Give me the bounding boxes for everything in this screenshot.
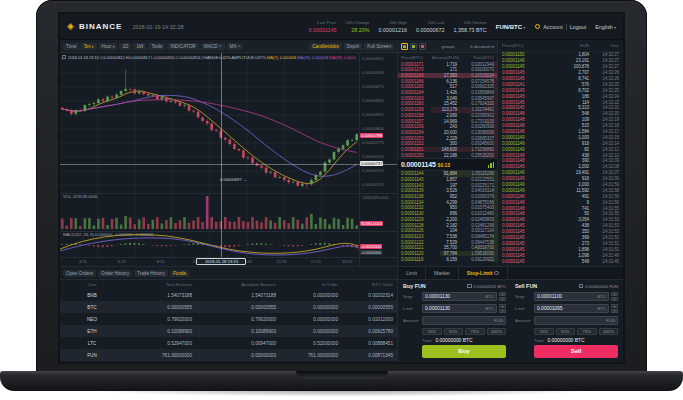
- sell-stop-input[interactable]: 0.00001100 BTC: [534, 292, 609, 302]
- ask-row[interactable]: 0.00001164 1,426 0.01659864: [398, 90, 497, 96]
- funds-tab[interactable]: Trade History: [134, 270, 168, 277]
- bid-row[interactable]: 0.00001143 1,857 0.02122551: [398, 177, 497, 183]
- bid-row[interactable]: 0.00001126 104 0.00117104: [398, 228, 497, 234]
- ask-row[interactable]: 0.00001154 20,000 0.23080000: [398, 130, 497, 136]
- buy-amount-input[interactable]: FUN: [422, 316, 506, 326]
- bid-row[interactable]: 0.00001132 950 0.01075400: [398, 205, 497, 211]
- book-mode-both-icon[interactable]: [401, 43, 408, 50]
- decimals-selector[interactable]: 6 decimals: [470, 44, 494, 49]
- sell-percent-button[interactable]: 75%: [577, 328, 597, 336]
- bid-row[interactable]: 0.00001138 952 0.01083376: [398, 194, 497, 200]
- trade-history-list: 0.00001150 1,804 14:32:27 0.00001149 23,…: [498, 52, 623, 266]
- buy-stop-stepper[interactable]: ▴▾: [499, 292, 506, 301]
- sell-amount-input[interactable]: FUN: [534, 316, 618, 326]
- trade-row: 0.00001145 186 14:32:24: [498, 93, 623, 99]
- logout-link[interactable]: Logout: [570, 24, 587, 30]
- laptop-shadow: [4, 390, 679, 399]
- top-bar: ◈ BINANCE 2018-01-19 14:32:28 Last Price…: [60, 14, 623, 40]
- main-area: Time5mHour1D1WToolsINDICATORMACDMA Candl…: [60, 40, 623, 266]
- trade-row: 0.00001148 9 14:31:56: [498, 199, 623, 205]
- ask-row[interactable]: 0.00001165 517 0.00602305: [398, 84, 497, 90]
- sell-limit-input[interactable]: 0.00001095 BTC: [534, 304, 609, 314]
- chart-toolbar-button[interactable]: MACD: [201, 43, 225, 50]
- ask-row[interactable]: 0.00001160 15,452 0.17924320: [398, 101, 497, 107]
- bid-row[interactable]: 0.00001143 197 0.00225171: [398, 182, 497, 188]
- buy-percent-button[interactable]: 50%: [444, 328, 464, 336]
- buy-percent-button[interactable]: 100%: [487, 328, 507, 336]
- bid-row[interactable]: 0.00001130 896 0.01012480: [398, 211, 497, 217]
- bid-row[interactable]: 0.00001144 91,884 1.05115296: [398, 171, 497, 177]
- order-type-tab[interactable]: Limit: [398, 267, 426, 279]
- ask-row[interactable]: 0.00001151 148,600 1.71038860: [398, 147, 497, 153]
- trade-row: 0.00001145 549 14:31:45: [498, 258, 623, 264]
- ask-row[interactable]: 0.00001150 22,188 0.25516200: [398, 152, 497, 158]
- bid-row[interactable]: 0.00001134 4,299 0.04875066: [398, 199, 497, 205]
- chart-toolbar-button[interactable]: 1W: [133, 43, 146, 50]
- funds-tab[interactable]: Funds: [170, 270, 189, 277]
- chart-toolbar-button[interactable]: 1D: [119, 43, 131, 50]
- last-price-tag: 0.00000788: [360, 133, 383, 138]
- buy-total: 0.00000000 BTC: [436, 338, 473, 343]
- chart-view-button[interactable]: Depth: [344, 43, 363, 50]
- ask-row[interactable]: 0.00001152 300 0.00345600: [398, 141, 497, 147]
- chart-toolbar-button[interactable]: Tools: [148, 43, 165, 50]
- sell-limit-stepper[interactable]: ▴▾: [611, 304, 618, 313]
- order-type-tab[interactable]: Stop-Limit: [459, 267, 508, 279]
- ask-row[interactable]: 0.00001171 1,719 0.02012949: [398, 61, 497, 67]
- buy-limit-stepper[interactable]: ▴▾: [499, 304, 506, 313]
- bid-row[interactable]: 0.00001139 3,526 0.04016114: [398, 188, 497, 194]
- ask-row[interactable]: 0.00001170 171 0.00200070: [398, 67, 497, 73]
- bid-row[interactable]: 0.00001122 7,529 0.08447538: [398, 239, 497, 245]
- chart-toolbar-button[interactable]: INDICATOR: [167, 43, 198, 50]
- ask-row[interactable]: 0.00001156 243 0.00280908: [398, 124, 497, 130]
- sell-stop-stepper[interactable]: ▴▾: [611, 292, 618, 301]
- bid-row[interactable]: 0.00001129 2,200 0.02483800: [398, 217, 497, 223]
- sell-percent-button[interactable]: 100%: [599, 328, 619, 336]
- sell-form: Sell FUN 0.00000000 FUN Stop: 0.00001100…: [515, 283, 618, 360]
- book-mode-sells-icon[interactable]: [419, 43, 426, 50]
- server-timestamp: 2018-01-19 14:32:28: [132, 24, 183, 30]
- buy-limit-input[interactable]: 0.00001130 BTC: [422, 304, 497, 314]
- chart-view-button[interactable]: Full Screen: [364, 43, 394, 50]
- ask-row[interactable]: 0.00001163 3,049 0.03545987: [398, 95, 497, 101]
- balance-icon: [579, 284, 584, 288]
- buy-percent-button[interactable]: 25%: [422, 328, 442, 336]
- buy-percent-button[interactable]: 75%: [465, 328, 485, 336]
- camera-icon[interactable]: [62, 55, 66, 59]
- bid-row[interactable]: 0.00001123 7,538 0.08465174: [398, 234, 497, 240]
- depth-signal-icon[interactable]: [488, 162, 495, 168]
- chart-view-button[interactable]: Candlesticks: [309, 43, 342, 50]
- ask-row[interactable]: 0.00001159 113,179 1.31174461: [398, 107, 497, 113]
- sell-balance: 0.00000000 FUN: [585, 284, 618, 289]
- ask-row[interactable]: 0.00001158 2,069 0.02395902: [398, 113, 497, 119]
- sell-button[interactable]: Sell: [534, 345, 618, 358]
- buy-percent-row: 25%50%75%100%: [422, 328, 506, 336]
- trade-row: 0.00001145 1,898 14:31:50: [498, 246, 623, 252]
- bid-row[interactable]: 0.00001120 97,784 1.09518080: [398, 251, 497, 257]
- language-selector[interactable]: English: [595, 24, 616, 30]
- bid-row[interactable]: 0.00001119 8,159 0.09129921: [398, 256, 497, 262]
- funds-tab[interactable]: Order History: [98, 270, 132, 277]
- buy-stop-input[interactable]: 0.00001130 BTC: [422, 292, 497, 302]
- order-type-tab[interactable]: Market: [426, 267, 459, 279]
- chart-toolbar-button[interactable]: Time: [63, 43, 79, 50]
- bid-row[interactable]: 0.00001121 35,700 0.40019700: [398, 245, 497, 251]
- sell-percent-button[interactable]: 25%: [534, 328, 554, 336]
- crosshair-horizontal: [60, 164, 397, 165]
- ask-row[interactable]: 0.00001168 17,393 0.20315024: [398, 73, 497, 79]
- buy-button[interactable]: Buy: [422, 345, 506, 358]
- chart-toolbar-button[interactable]: Hour: [99, 43, 118, 50]
- chart-toolbar-button[interactable]: 5m: [81, 43, 96, 50]
- candlestick-chart[interactable]: 2018-01-18 13:15 O:0.00000812 H:0.000008…: [60, 53, 397, 266]
- pair-selector[interactable]: FUN/BTC: [496, 24, 525, 30]
- account-link[interactable]: Account: [543, 24, 562, 30]
- sell-percent-button[interactable]: 50%: [556, 328, 576, 336]
- bids-list: 0.00001144 91,884 1.05115296 0.00001143 …: [398, 171, 497, 266]
- ask-row[interactable]: 0.00001166 6,136 0.07154576: [398, 78, 497, 84]
- ask-row[interactable]: 0.00001153 2,329 0.02685337: [398, 135, 497, 141]
- ask-row[interactable]: 0.00001157 14,969 0.17319133: [398, 118, 497, 124]
- chart-toolbar-button[interactable]: MA: [227, 43, 244, 50]
- bid-row[interactable]: 0.00001128 2,182 0.02461296: [398, 222, 497, 228]
- book-mode-buys-icon[interactable]: [410, 43, 417, 50]
- funds-tab[interactable]: Open Orders: [63, 270, 96, 277]
